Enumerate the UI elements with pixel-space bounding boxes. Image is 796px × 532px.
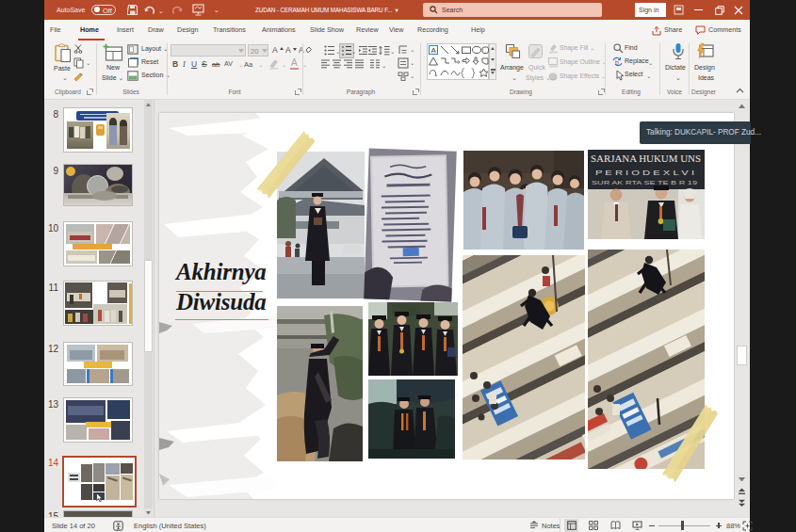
svg-text:P E R I O D E X L V I: P E R I O D E X L V I (595, 169, 694, 177)
svg-text:A: A (431, 46, 437, 55)
svg-text:SUR AK RTA SE TE B R: SUR AK RTA SE TE B R 19 (592, 180, 697, 185)
svg-text:b: b (615, 59, 619, 66)
svg-text:SARJANA HUKUM UNS: SARJANA HUKUM UNS (591, 153, 701, 164)
